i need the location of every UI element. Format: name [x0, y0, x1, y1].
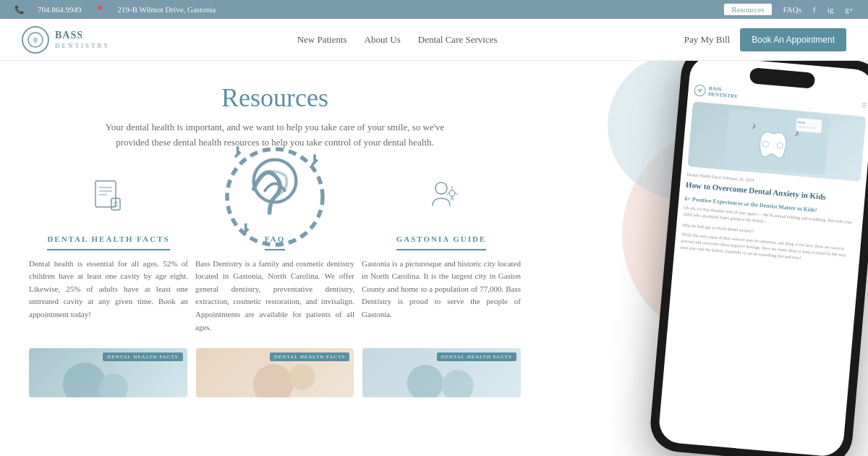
- main-section: Resources Your dental health is importan…: [0, 61, 550, 456]
- phone-icon: 📞: [14, 5, 25, 14]
- dental-facts-icon: [29, 168, 188, 226]
- column-dental-facts: DENTAL HEALTH FACTS Dental health is ess…: [29, 168, 188, 334]
- faq-icon: [195, 168, 354, 226]
- logo-sub: DENTISTRY: [55, 42, 111, 49]
- nav-services[interactable]: Dental Care Services: [418, 34, 498, 46]
- book-appointment-button[interactable]: Book An Appointment: [740, 28, 846, 51]
- phone-frame: BASSDENTISTRY ☰: [648, 61, 868, 456]
- svg-point-31: [777, 143, 783, 149]
- faq-text: Bass Dentistry is a family and cosmetic …: [195, 258, 354, 334]
- top-bar: 📞 704.864.9949 📍 219-B Wilmot Drive, Gas…: [0, 0, 868, 19]
- phone-content: BASSDENTISTRY ☰: [674, 61, 868, 272]
- svg-line-22: [452, 196, 454, 200]
- top-bar-contact: 📞 704.864.9949 📍 219-B Wilmot Drive, Gas…: [14, 5, 216, 14]
- column-faq: FAQ Bass Dentistry is a family and cosme…: [195, 168, 354, 334]
- column-gastonia: GASTONIA GUIDE Gastonia is a picturesque…: [362, 168, 521, 334]
- nav-resources[interactable]: Resources: [724, 4, 771, 15]
- phone-logo: BASSDENTISTRY: [708, 85, 739, 99]
- svg-point-16: [435, 182, 447, 194]
- nav-links: New Patients About Us Dental Care Servic…: [297, 34, 498, 46]
- logo[interactable]: BASS DENTISTRY: [22, 26, 111, 54]
- address[interactable]: 219-B Wilmot Drive, Gastonia: [118, 5, 216, 14]
- dental-facts-title: DENTAL HEALTH FACTS: [47, 235, 169, 250]
- phone-hero-image: BASS DENTISTRY: [687, 101, 866, 182]
- svg-rect-1: [95, 181, 116, 207]
- gastonia-icon: [362, 168, 521, 226]
- svg-point-26: [289, 364, 315, 390]
- svg-point-28: [442, 370, 474, 397]
- gastonia-title: GASTONIA GUIDE: [396, 235, 487, 250]
- card-1[interactable]: DENTAL HEALTH FACTS: [29, 348, 187, 397]
- phone-mockup-section: BASSDENTISTRY ☰: [564, 61, 868, 456]
- top-bar-nav: Resources FAQs f ig g+: [724, 4, 854, 15]
- svg-point-17: [449, 190, 455, 196]
- social-facebook[interactable]: f: [813, 5, 816, 14]
- nav-new-patients[interactable]: New Patients: [297, 34, 347, 46]
- pay-my-bill[interactable]: Pay My Bill: [684, 34, 731, 46]
- nav-faqs[interactable]: FAQs: [783, 5, 801, 14]
- logo-name: BASS: [55, 30, 111, 42]
- logo-icon: [22, 26, 49, 54]
- location-icon: 📍: [95, 5, 105, 14]
- social-instagram[interactable]: ig: [827, 5, 834, 14]
- card-3[interactable]: DENTAL HEALTH FACTS: [362, 348, 521, 397]
- svg-line-21: [451, 196, 452, 200]
- nav-cta: Pay My Bill Book An Appointment: [684, 28, 846, 51]
- svg-point-30: [762, 141, 769, 148]
- svg-point-25: [252, 364, 293, 397]
- main-nav: BASS DENTISTRY New Patients About Us Den…: [0, 19, 868, 61]
- three-columns: DENTAL HEALTH FACTS Dental health is ess…: [29, 168, 521, 334]
- dental-facts-text: Dental health is essential for all ages.…: [29, 258, 188, 321]
- page-title: Resources: [29, 83, 521, 113]
- social-google[interactable]: g+: [845, 5, 854, 14]
- nav-about[interactable]: About Us: [365, 34, 401, 46]
- phone-number[interactable]: 704.864.9949: [38, 5, 82, 14]
- gastonia-text: Gastonia is a picturesque and historic c…: [362, 258, 521, 321]
- svg-point-27: [407, 365, 443, 397]
- card-2[interactable]: DENTAL HEALTH FACTS: [196, 348, 354, 397]
- svg-text:BASS: BASS: [798, 120, 806, 124]
- faq-title: FAQ: [265, 235, 285, 250]
- card-row: DENTAL HEALTH FACTS DENTAL HEALTH FACTS …: [29, 348, 521, 397]
- page-content: Resources Your dental health is importan…: [0, 61, 868, 456]
- phone-inner: BASSDENTISTRY ☰: [658, 61, 868, 456]
